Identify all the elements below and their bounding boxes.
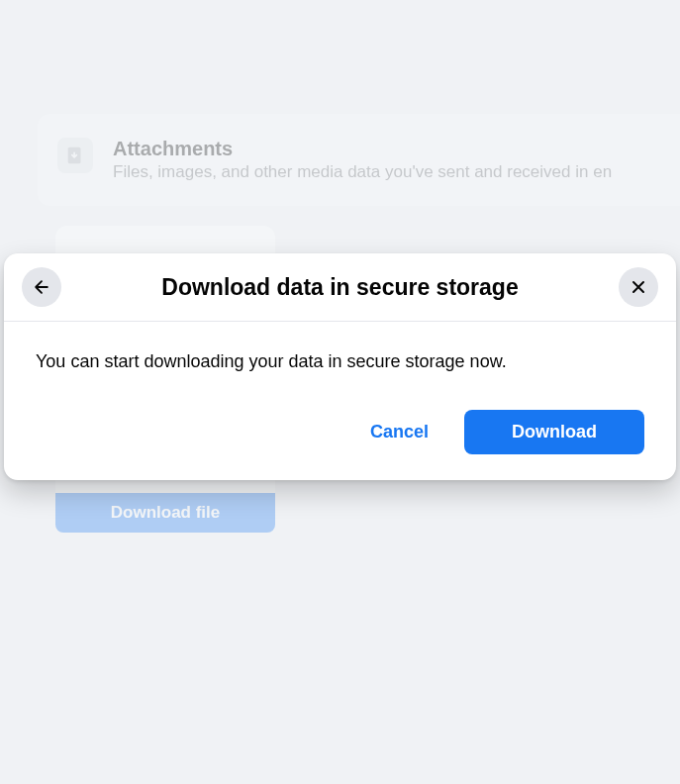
arrow-left-icon — [32, 277, 51, 297]
modal-actions: Cancel Download — [36, 410, 644, 454]
modal-title: Download data in secure storage — [61, 274, 619, 301]
back-button[interactable] — [22, 267, 61, 307]
cancel-button[interactable]: Cancel — [358, 412, 440, 452]
download-modal: Download data in secure storage You can … — [4, 253, 676, 480]
close-button[interactable] — [619, 267, 658, 307]
download-button[interactable]: Download — [464, 410, 644, 454]
close-icon — [629, 277, 648, 297]
modal-header: Download data in secure storage — [4, 253, 676, 322]
modal-message: You can start downloading your data in s… — [36, 351, 644, 372]
modal-body: You can start downloading your data in s… — [4, 322, 676, 480]
